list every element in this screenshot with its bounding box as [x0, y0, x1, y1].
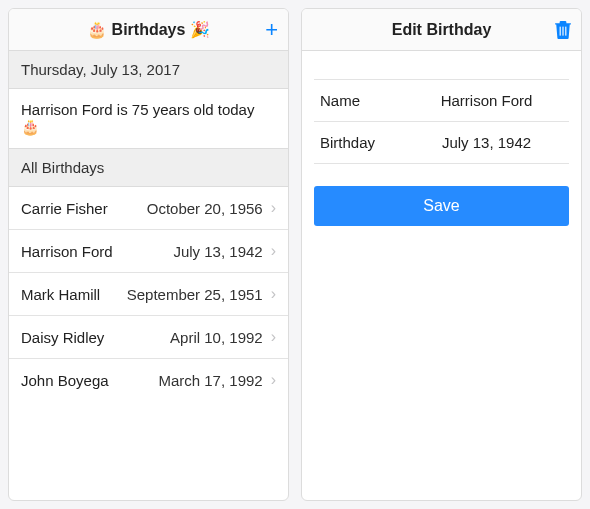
list-item-name: Carrie Fisher: [21, 200, 108, 217]
list-item-date: September 25, 1951: [100, 286, 271, 303]
list-item-date: July 13, 1942: [113, 243, 271, 260]
birthdays-list-panel: 🎂 Birthdays 🎉 + Thursday, July 13, 2017 …: [8, 8, 289, 501]
trash-icon: [555, 21, 571, 39]
svg-rect-2: [565, 26, 566, 35]
edit-birthday-panel: Edit Birthday Name Harrison Ford Birthda…: [301, 8, 582, 501]
list-title: 🎂 Birthdays 🎉: [87, 20, 210, 39]
list-title-text: Birthdays: [112, 21, 186, 38]
svg-rect-1: [562, 26, 563, 35]
detail-title: Edit Birthday: [392, 21, 492, 39]
today-message: Harrison Ford is 75 years old today 🎂: [9, 89, 288, 149]
birthday-field-row[interactable]: Birthday July 13, 1942: [314, 122, 569, 164]
list-item-name: John Boyega: [21, 372, 109, 389]
name-field-label: Name: [320, 92, 410, 109]
chevron-right-icon: ›: [271, 199, 276, 217]
birthday-list: Carrie FisherOctober 20, 1956›Harrison F…: [9, 187, 288, 401]
party-icon: 🎉: [190, 21, 210, 38]
add-birthday-button[interactable]: +: [265, 9, 278, 50]
list-item-name: Daisy Ridley: [21, 329, 104, 346]
list-item[interactable]: Carrie FisherOctober 20, 1956›: [9, 187, 288, 230]
list-item[interactable]: John BoyegaMarch 17, 1992›: [9, 359, 288, 401]
list-item-date: March 17, 1992: [109, 372, 271, 389]
detail-body: Name Harrison Ford Birthday July 13, 194…: [302, 51, 581, 238]
delete-birthday-button[interactable]: [555, 9, 571, 50]
list-item-name: Mark Hamill: [21, 286, 100, 303]
chevron-right-icon: ›: [271, 242, 276, 260]
list-item[interactable]: Daisy RidleyApril 10, 1992›: [9, 316, 288, 359]
list-item-name: Harrison Ford: [21, 243, 113, 260]
list-item[interactable]: Mark HamillSeptember 25, 1951›: [9, 273, 288, 316]
all-birthdays-section-header: All Birthdays: [9, 149, 288, 187]
chevron-right-icon: ›: [271, 328, 276, 346]
chevron-right-icon: ›: [271, 285, 276, 303]
field-group: Name Harrison Ford Birthday July 13, 194…: [314, 79, 569, 164]
list-item[interactable]: Harrison FordJuly 13, 1942›: [9, 230, 288, 273]
svg-rect-0: [560, 26, 561, 35]
name-field-row[interactable]: Name Harrison Ford: [314, 79, 569, 122]
birthday-field-value: July 13, 1942: [410, 134, 563, 151]
chevron-right-icon: ›: [271, 371, 276, 389]
list-item-date: April 10, 1992: [104, 329, 270, 346]
name-field-value: Harrison Ford: [410, 92, 563, 109]
birthday-field-label: Birthday: [320, 134, 410, 151]
save-button[interactable]: Save: [314, 186, 569, 226]
list-titlebar: 🎂 Birthdays 🎉 +: [9, 9, 288, 51]
today-section-header: Thursday, July 13, 2017: [9, 51, 288, 89]
list-item-date: October 20, 1956: [108, 200, 271, 217]
cake-icon: 🎂: [87, 21, 107, 38]
detail-titlebar: Edit Birthday: [302, 9, 581, 51]
